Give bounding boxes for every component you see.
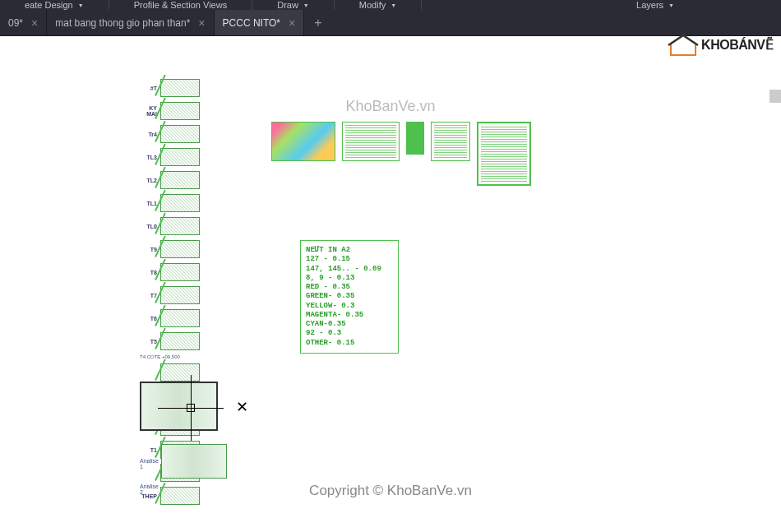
floor-thumb[interactable] — [160, 194, 200, 212]
text-line: GREEN- 0.35 — [306, 292, 393, 301]
cote-label: T4 COTE +09,500 — [140, 354, 200, 359]
drawing-thumbnail[interactable] — [161, 444, 227, 479]
text-line: MAGENTA- 0.35 — [306, 311, 393, 320]
floor-label: T9 — [140, 247, 160, 252]
floor-row: T9 — [140, 238, 200, 260]
tab-file-2[interactable]: mat bang thong gio phan than* × — [47, 10, 214, 35]
floor-row — [140, 362, 200, 383]
analise-label: Analise 2 — [140, 483, 158, 495]
floor-row: TL2 — [140, 169, 200, 191]
ribbon-item-createdesign[interactable]: eate Design ▼ — [0, 0, 109, 10]
ribbon-label: Profile & Section Views — [134, 0, 228, 10]
sheet-thumb[interactable] — [342, 122, 400, 161]
floor-row: T5 — [140, 331, 200, 352]
watermark-bottom: Copyright © KhoBanVe.vn — [309, 483, 472, 499]
logo-text: KHOBÁNVẼ — [701, 37, 773, 53]
floor-label: T5 — [140, 339, 160, 345]
floor-row: T6 — [140, 308, 200, 329]
text-line: 92 - 0.3 — [306, 329, 393, 338]
text-line: OTHER- 0.15 — [306, 339, 393, 348]
floor-label: TL0 — [140, 224, 160, 229]
floor-thumb[interactable] — [160, 240, 200, 258]
ribbon-item-draw[interactable]: Draw ▼ — [252, 0, 334, 10]
tab-label: mat bang thong gio phan than* — [55, 17, 190, 29]
ribbon-label: Layers — [636, 0, 663, 10]
floor-thumb[interactable] — [160, 263, 200, 281]
floor-thumb[interactable] — [160, 79, 200, 97]
ribbon-label: Modify — [359, 0, 386, 10]
floor-label: TL2 — [140, 178, 160, 183]
analise-label: Analise 1 — [140, 458, 158, 470]
floor-label: #T — [140, 86, 160, 91]
divider — [421, 0, 422, 10]
floor-thumb[interactable] — [160, 286, 200, 304]
ribbon-label: Draw — [277, 0, 298, 10]
text-line: YELLOW- 0.3 — [306, 302, 393, 311]
sheet-thumb[interactable] — [431, 122, 470, 161]
ribbon-item-profilesection[interactable]: Profile & Section Views — [109, 0, 252, 10]
floor-thumb[interactable] — [160, 102, 200, 120]
dropdown-icon: ▼ — [78, 2, 84, 8]
floor-row: T7 — [140, 285, 200, 306]
floor-thumb[interactable] — [160, 148, 200, 166]
floor-label: KY MAI — [140, 105, 160, 117]
floor-row: TL3 — [140, 146, 200, 168]
sheet-thumbnails — [271, 122, 531, 186]
floor-thumb[interactable] — [160, 125, 200, 143]
sheet-thumb[interactable] — [406, 122, 424, 155]
ribbon-bar: eate Design ▼ Profile & Section Views Dr… — [0, 0, 781, 10]
floor-label: TL1 — [140, 201, 160, 206]
floor-label: T8 — [140, 270, 160, 275]
floor-thumb[interactable] — [160, 363, 200, 382]
tab-file-3[interactable]: PCCC NITO* × — [215, 10, 305, 35]
cursor-x-icon: ✕ — [236, 398, 248, 416]
add-tab-button[interactable]: + — [304, 10, 331, 35]
floor-label: T7 — [140, 293, 160, 298]
ribbon-item-layers[interactable]: Layers ▼ — [612, 0, 699, 10]
ribbon-item-modify[interactable]: Modify ▼ — [335, 0, 421, 10]
text-line: NEƯT IN A2 — [306, 246, 393, 255]
bottom-thumbnails: ✕ Analise 1 Analise 2 — [140, 382, 227, 495]
logo: KHOBÁNVẼ — [667, 32, 773, 57]
dropdown-icon: ▼ — [390, 2, 396, 8]
floor-thumb[interactable] — [160, 217, 200, 235]
scrollbar-thumb[interactable] — [769, 90, 781, 103]
tab-label: 09* — [8, 17, 23, 29]
text-line: RED - 0.35 — [306, 283, 393, 292]
cursor-pickbox — [187, 404, 195, 412]
floor-row: Tr4 — [140, 123, 200, 145]
ribbon-label: eate Design — [25, 0, 73, 10]
floor-row: KY MAI — [140, 100, 200, 122]
floor-label: T6 — [140, 316, 160, 322]
canvas-area[interactable]: KHOBÁNVẼ KhoBanVe.vn Copyright © KhoBanV… — [0, 36, 781, 532]
sheet-thumb[interactable] — [271, 122, 335, 161]
house-icon — [667, 32, 700, 57]
floor-thumb[interactable] — [160, 309, 200, 327]
sheet-thumb[interactable] — [477, 122, 531, 186]
close-icon[interactable]: × — [289, 16, 295, 30]
text-line: 127 - 0.15 — [306, 255, 393, 264]
text-line: 8, 9 - 0.13 — [306, 274, 393, 283]
drawing-thumbnail-selected[interactable]: ✕ — [140, 382, 218, 431]
floor-thumb[interactable] — [160, 332, 200, 350]
floor-label: Tr4 — [140, 132, 160, 137]
tab-label: PCCC NITO* — [223, 17, 280, 29]
text-line: CYAN-0.35 — [306, 320, 393, 329]
dropdown-icon: ▼ — [668, 2, 674, 8]
dropdown-icon: ▼ — [303, 2, 309, 8]
tab-bar: 09* × mat bang thong gio phan than* × PC… — [0, 10, 781, 36]
tab-file-1[interactable]: 09* × — [0, 10, 47, 35]
floor-row: TL1 — [140, 192, 200, 214]
watermark-top: KhoBanVe.vn — [345, 98, 435, 115]
floor-row: T8 — [140, 261, 200, 283]
close-icon[interactable]: × — [198, 16, 205, 30]
floor-row: #T — [140, 77, 200, 99]
floor-row: TL0 — [140, 215, 200, 237]
close-icon[interactable]: × — [31, 16, 38, 30]
floor-thumb[interactable] — [160, 171, 200, 189]
text-line: 147, 145.. - 0.09 — [306, 265, 393, 274]
floor-label: TL3 — [140, 155, 160, 160]
layer-info-box: NEƯT IN A2127 - 0.15147, 145.. - 0.098, … — [300, 240, 399, 354]
